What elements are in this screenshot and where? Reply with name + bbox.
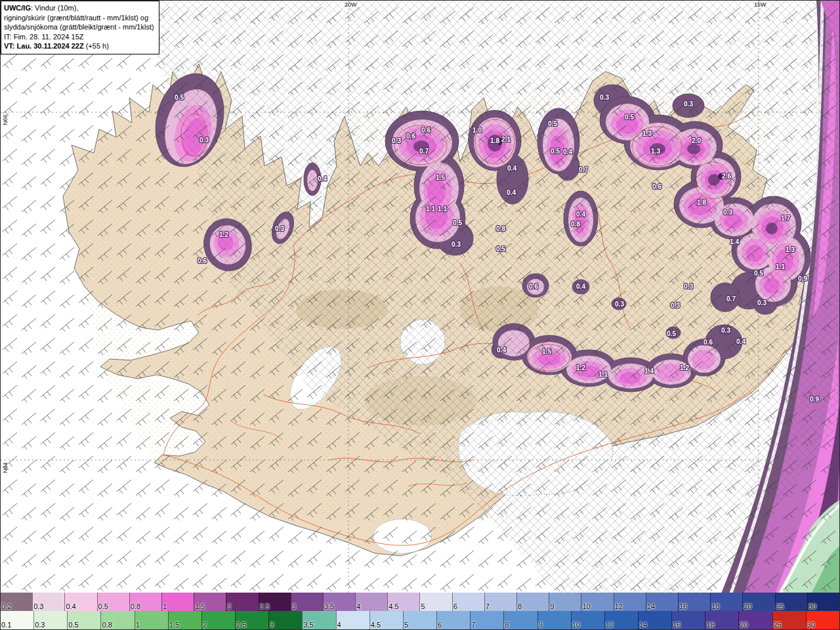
wind-barb-texture: [1, 1, 840, 630]
legend-cell: 1: [161, 593, 194, 611]
legend-cell: 0.8: [100, 611, 134, 629]
legend-cell-value: 14: [647, 603, 655, 610]
legend-cell-value: 0.8: [102, 621, 112, 629]
legend-cell-value: 25: [774, 621, 782, 629]
info-line-rain: rigning/skúrir (grænt/blátt/rautt - mm/1…: [4, 13, 154, 23]
legend-cell-value: 10: [572, 621, 580, 629]
legend-cell-value: 2: [227, 603, 231, 610]
legend-cell: 0.5: [67, 611, 100, 629]
legend-cell-value: 1.5: [195, 603, 205, 610]
legend-cell: 20: [742, 593, 774, 611]
legend-cell: 18: [710, 593, 742, 611]
legend-cell-value: 12: [615, 603, 623, 610]
legend-cell-value: 1: [163, 603, 167, 610]
legend-cell: 0.5: [97, 593, 129, 611]
legend-cell: 9: [549, 593, 581, 611]
info-line-valid-time: VT: Lau. 30.11.2024 22Z (+55 h): [4, 41, 154, 51]
legend-cell: 1: [135, 611, 168, 629]
legend-cell: 14: [638, 611, 671, 629]
legend-cell: 0.2: [1, 593, 32, 611]
legend-cell-value: 9: [539, 621, 543, 629]
legend-cell-value: 0.2: [1, 603, 11, 610]
legend-cell-value: 8: [518, 603, 522, 610]
legend-cell: 4: [355, 593, 387, 611]
legend-cell: 0.8: [129, 593, 161, 611]
legend-cell: 7: [484, 593, 516, 611]
info-line-title: UWC/IG: Vindur (10m),: [4, 3, 154, 13]
legend-cell: 30: [806, 611, 839, 629]
legend-cell: 2.5: [235, 611, 268, 629]
legend-cell-value: 1.5: [169, 621, 179, 629]
legend-cell-value: 2: [203, 621, 207, 629]
legend-cell-value: 5: [421, 603, 425, 610]
legend-cell: 4.5: [387, 593, 419, 611]
legend-cell-value: 0.3: [35, 621, 45, 629]
legend-cell-value: 5: [404, 621, 408, 629]
legend-cell: 3.5: [323, 593, 355, 611]
legend-snow-sleet-scale: 0.20.30.40.50.811.522.533.544.5567891012…: [1, 593, 839, 611]
legend-cell-value: 0.4: [66, 603, 75, 610]
legend-cell-value: 4.5: [371, 621, 381, 629]
legend-cell-value: 4.5: [388, 603, 398, 610]
graticule-label-latitude: N66: [2, 114, 9, 125]
legend-cell: 16: [678, 593, 710, 611]
legend-cell: 14: [646, 593, 678, 611]
legend-cell-value: 3.5: [324, 603, 334, 610]
legend-cell-value: 3: [270, 621, 274, 629]
legend-cell: 2: [201, 611, 235, 629]
forecast-info-box: UWC/IG: Vindur (10m), rigning/skúrir (gr…: [1, 1, 159, 54]
legend-cell: 8: [516, 593, 549, 611]
legend-cell-value: 14: [639, 621, 647, 629]
legend-cell: 10: [581, 593, 613, 611]
legend-cell-value: 0.5: [98, 603, 108, 610]
legend-cell: 8: [503, 611, 537, 629]
legend-rain-scale: 0.10.30.50.811.522.533.544.5567891012141…: [1, 611, 839, 629]
legend-cell-value: 9: [550, 603, 554, 610]
product-code: UWC/IG: [4, 4, 31, 12]
legend-cell: 2: [226, 593, 258, 611]
legend-cell-value: 7: [471, 621, 475, 629]
legend-cell-value: 8: [505, 621, 509, 629]
legend-cell-value: 16: [673, 621, 681, 629]
legend-cell: 0.3: [32, 593, 64, 611]
legend-cell-value: 0.1: [1, 621, 11, 629]
legend-cell: 1.5: [194, 593, 226, 611]
legend-cell: 12: [604, 611, 638, 629]
legend-cell-value: 3.5: [303, 621, 313, 629]
legend-cell: 12: [614, 593, 646, 611]
legend-cell: 10: [571, 611, 604, 629]
legend-cell: 3: [291, 593, 323, 611]
legend-cell: 0.1: [1, 611, 33, 629]
legend-cell-value: 30: [808, 603, 816, 610]
legend-cell: 25: [772, 611, 806, 629]
graticule-label-longitude: 20W: [345, 1, 357, 8]
legend-cell: 3: [268, 611, 302, 629]
legend-cell-value: 18: [706, 621, 714, 629]
legend-cell: 6: [436, 611, 470, 629]
legend-cell-value: 16: [679, 603, 687, 610]
legend-cell-value: 6: [453, 603, 457, 610]
legend-cell: 30: [807, 593, 839, 611]
graticule-label-longitude: 15W: [754, 1, 766, 8]
info-line-snow: slydda/snjókoma (grátt/bleikt/grænt - mm…: [4, 22, 154, 32]
legend-cell-value: 3: [292, 603, 296, 610]
legend-cell: 4.5: [369, 611, 403, 629]
legend-cell-value: 0.3: [33, 603, 43, 610]
legend-cell-value: 7: [486, 603, 490, 610]
legend-cell-value: 4: [337, 621, 341, 629]
legend-cell: 3.5: [302, 611, 335, 629]
legend-cell: 25: [775, 593, 807, 611]
legend-cell-value: 30: [807, 621, 815, 629]
legend-cell: 4: [336, 611, 369, 629]
legend-cell-value: 4: [356, 603, 360, 610]
legend-cell-value: 0.8: [131, 603, 140, 610]
legend-cell: 7: [470, 611, 503, 629]
legend-cell: 5: [403, 611, 436, 629]
legend-cell: 16: [671, 611, 705, 629]
legend-cell-value: 12: [606, 621, 614, 629]
legend-cell: 9: [537, 611, 571, 629]
graticule-label-latitude: N64: [2, 462, 9, 473]
legend-cell: 20: [738, 611, 772, 629]
legend-cell-value: 2.5: [236, 621, 246, 629]
legend-cell: 2.5: [259, 593, 291, 611]
